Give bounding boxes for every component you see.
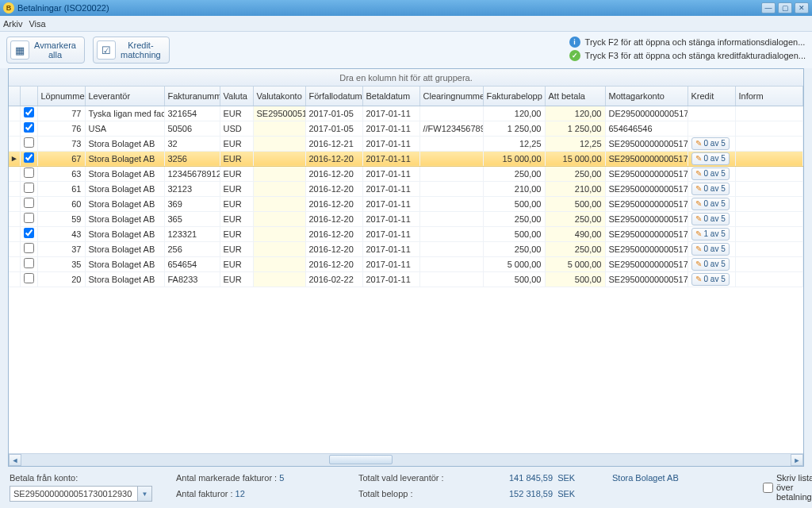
table-row[interactable]: 35Stora Bolaget AB654654EUR2016-12-20201… [9, 256, 803, 271]
pencil-icon: ✎ [695, 199, 702, 208]
kredit-button[interactable]: ✎0 av 5 [691, 198, 730, 210]
horizontal-scrollbar[interactable]: ◄ ► [9, 453, 803, 466]
col-betaldatum[interactable]: Betaldatum [362, 87, 419, 106]
col-kredit[interactable]: Kredit [688, 87, 735, 106]
print-list-input[interactable] [763, 483, 773, 493]
row-checkbox-cell[interactable] [20, 121, 37, 136]
col-info[interactable]: Inform [735, 87, 803, 106]
row-checkbox[interactable] [24, 243, 34, 253]
kredit-button[interactable]: ✎0 av 5 [691, 167, 730, 180]
col-forfallodatum[interactable]: Förfallodatum [305, 87, 362, 106]
cell-leverantor: Stora Bolaget AB [85, 226, 164, 241]
col-fakturanummer[interactable]: Fakturanummer [164, 87, 220, 106]
kredit-button[interactable]: ✎0 av 5 [691, 137, 730, 150]
cell-fakturabelopp: 250,00 [483, 166, 545, 181]
row-checkbox-cell[interactable] [20, 271, 37, 287]
row-checkbox-cell[interactable] [20, 136, 37, 151]
row-checkbox[interactable] [24, 183, 34, 193]
cell-mottagarkonto: SE2950000000051730… [605, 181, 688, 196]
table-row[interactable]: 43Stora Bolaget AB123321EUR2016-12-20201… [9, 226, 803, 241]
row-checkbox-cell[interactable] [20, 106, 37, 121]
cell-forfallodatum: 2017-01-05 [305, 121, 362, 136]
col-valuta[interactable]: Valuta [220, 87, 253, 106]
cell-kredit: ✎0 av 5 [688, 211, 735, 226]
cell-lopnummer: 76 [37, 121, 85, 136]
col-lopnummer[interactable]: Löpnummer [37, 87, 85, 106]
table-row[interactable]: 60Stora Bolaget AB369EUR2016-12-202017-0… [9, 196, 803, 211]
row-checkbox[interactable] [24, 273, 34, 283]
cell-fakturabelopp: 500,00 [483, 196, 545, 211]
cell-forfallodatum: 2016-12-20 [305, 166, 362, 181]
kredit-button[interactable]: ✎0 av 5 [691, 183, 730, 195]
row-checkbox-cell[interactable] [20, 226, 37, 241]
kredit-button[interactable]: ✎1 av 5 [691, 228, 730, 241]
table-row[interactable]: ▸67Stora Bolaget AB3256EUR2016-12-202017… [9, 151, 803, 166]
pencil-icon: ✎ [695, 214, 702, 223]
cell-kredit: ✎0 av 5 [688, 256, 735, 271]
col-rowmark[interactable] [9, 87, 20, 106]
kredit-button[interactable]: ✎0 av 5 [691, 273, 730, 286]
kredit-button[interactable]: ✎0 av 5 [691, 213, 730, 225]
scroll-left-icon[interactable]: ◄ [9, 454, 21, 466]
deselect-all-button[interactable]: ▦ Avmarkera alla [6, 37, 85, 64]
table-row[interactable]: 76USA50506USD2017-01-052017-01-11//FW123… [9, 121, 803, 136]
col-attbetala[interactable]: Att betala [545, 87, 605, 106]
cell-attbetala: 15 000,00 [545, 151, 605, 166]
scroll-right-icon[interactable]: ► [791, 454, 803, 466]
row-checkbox[interactable] [24, 198, 34, 208]
row-checkbox[interactable] [24, 137, 34, 148]
row-checkbox-cell[interactable] [20, 151, 37, 166]
kredit-button[interactable]: ✎0 av 5 [691, 152, 730, 165]
row-checkbox-cell[interactable] [20, 256, 37, 271]
row-checkbox[interactable] [24, 107, 34, 117]
table-row[interactable]: 61Stora Bolaget AB32123EUR2016-12-202017… [9, 181, 803, 196]
maximize-button[interactable]: ▢ [778, 2, 792, 13]
table-row[interactable]: 73Stora Bolaget AB32EUR2016-12-212017-01… [9, 136, 803, 151]
table-row[interactable]: 63Stora Bolaget AB123456789123…EUR2016-1… [9, 166, 803, 181]
kredit-text: 0 av 5 [704, 275, 726, 283]
row-checkbox[interactable] [24, 122, 34, 133]
col-fakturabelopp[interactable]: Fakturabelopp [483, 87, 545, 106]
table-row[interactable]: 59Stora Bolaget AB365EUR2016-12-202017-0… [9, 211, 803, 226]
row-checkbox[interactable] [24, 258, 34, 268]
table-row[interactable]: 37Stora Bolaget AB256EUR2016-12-202017-0… [9, 241, 803, 256]
row-checkbox-cell[interactable] [20, 196, 37, 211]
row-checkbox-cell[interactable] [20, 181, 37, 196]
menu-arkiv[interactable]: Arkiv [3, 19, 22, 29]
row-checkbox-cell[interactable] [20, 166, 37, 181]
col-mottagarkonto[interactable]: Mottagarkonto [605, 87, 688, 106]
col-clearingnummer[interactable]: Clearingnummer [419, 87, 483, 106]
table-row[interactable]: 20Stora Bolaget ABFA8233EUR2016-02-22201… [9, 271, 803, 287]
cell-valutakonto: SE29500051… [253, 106, 305, 121]
row-checkbox[interactable] [24, 152, 34, 163]
col-leverantor[interactable]: Leverantör [85, 87, 164, 106]
row-checkbox[interactable] [24, 213, 34, 223]
cell-lopnummer: 43 [37, 226, 85, 241]
group-by-bar[interactable]: Dra en kolumn hit för att gruppera. [9, 69, 803, 87]
print-list-checkbox[interactable]: Skriv lista över betalningar [763, 473, 812, 502]
chevron-down-icon[interactable]: ▼ [137, 487, 151, 501]
close-window-button[interactable]: ✕ [795, 2, 809, 13]
kredit-button[interactable]: ✎0 av 5 [691, 258, 730, 271]
pay-from-account-select[interactable]: SE2950000000051730012930 ▼ [10, 486, 152, 502]
cell-betaldatum: 2017-01-11 [362, 241, 419, 256]
scroll-thumb[interactable] [329, 455, 393, 464]
credit-match-button[interactable]: ☑ Kredit- matchning [93, 37, 170, 64]
minimize-button[interactable]: — [761, 2, 776, 13]
cell-attbetala: 1 250,00 [545, 121, 605, 136]
kredit-button[interactable]: ✎0 av 5 [691, 243, 730, 256]
menu-visa[interactable]: Visa [29, 19, 45, 29]
cell-lopnummer: 60 [37, 196, 85, 211]
col-checkbox[interactable] [20, 87, 37, 106]
calendar-icon: ▦ [10, 40, 29, 60]
row-checkbox[interactable] [24, 228, 34, 238]
row-checkbox-cell[interactable] [20, 211, 37, 226]
cell-leverantor: USA [85, 121, 164, 136]
cell-valuta: EUR [220, 106, 253, 121]
cell-lopnummer: 61 [37, 181, 85, 196]
row-checkbox[interactable] [24, 167, 34, 178]
table-row[interactable]: 77Tyska ligan med facto…321654EURSE29500… [9, 106, 803, 121]
cell-fakturabelopp: 250,00 [483, 241, 545, 256]
row-checkbox-cell[interactable] [20, 241, 37, 256]
col-valutakonto[interactable]: Valutakonto [253, 87, 305, 106]
